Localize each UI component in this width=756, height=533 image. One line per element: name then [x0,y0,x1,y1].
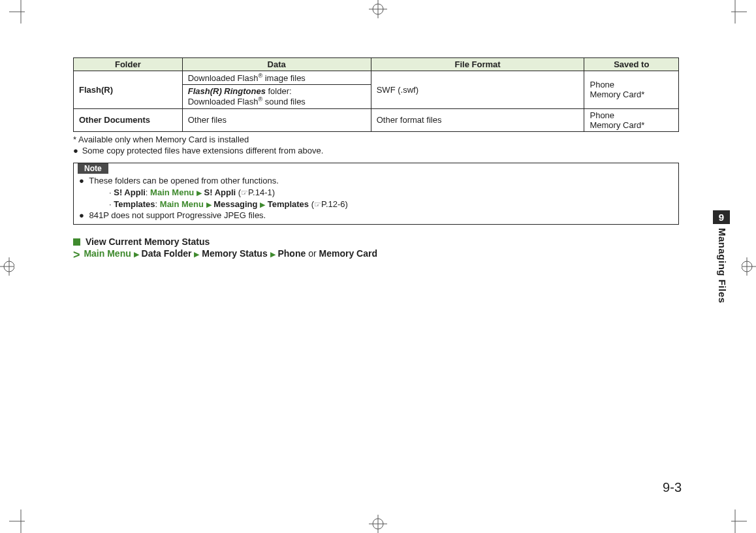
text: Memory Card* [590,120,673,130]
page-ref-icon: ☞ [314,200,321,209]
text: Memory Card* [590,89,673,99]
menu-path: Main Menu [150,187,194,197]
section-title: View Current Memory Status [86,236,210,247]
text: Some copy protected files have extension… [82,146,324,155]
footnote-asterisk: * Available only when Memory Card is ins… [73,135,679,146]
text: sound files [262,97,306,107]
chapter-tab: 9 Managing Files [704,210,730,303]
text: Downloaded Flash [188,97,259,107]
triangle-right-icon: ▶ [134,250,139,258]
text: S! Appli [114,187,146,197]
cell-data: Other files [182,108,371,131]
text: Templates [268,199,309,209]
text: Flash(R) Ringtones [188,86,266,96]
text: folder: [266,86,292,96]
footnote-bullet: ● Some copy protected files have extensi… [73,146,679,157]
text: Memory Status [202,248,267,259]
note-label: Note [78,163,108,174]
crop-mark-icon [9,0,33,26]
text: Phone [590,110,673,120]
text: Phone [277,248,306,259]
text: Downloaded Flash [188,73,259,83]
page-ref: P.12-6 [321,199,345,209]
crop-mark-icon [9,507,33,533]
text: Memory Card [319,248,377,259]
text: 841P does not support Progressive JPEG f… [89,210,266,220]
triangle-right-icon: ▶ [206,201,212,208]
text: Phone [590,80,673,89]
triangle-right-icon: ▶ [270,250,276,258]
text: Messaging [213,199,257,209]
text: Data Folder [142,248,192,259]
triangle-right-icon: ▶ [197,189,202,197]
registration-mark-icon [369,515,387,533]
page-content: Folder Data File Format Saved to Flash(R… [73,57,679,259]
section-heading: View Current Memory Status [73,236,679,247]
cell-format: Other format files [371,108,584,131]
table-row: Flash(R) Downloaded Flash® image files S… [74,71,679,85]
page-number: 9-3 [663,480,682,495]
th-saved: Saved to [584,58,679,71]
note-line: ● 841P does not support Progressive JPEG… [79,210,673,221]
crop-mark-icon [723,507,747,533]
cell-saved: Phone Memory Card* [584,71,679,109]
square-icon [73,238,80,246]
menu-path: Main Menu [84,248,131,259]
registration-mark-icon [369,0,387,18]
cell-data: Downloaded Flash® image files [182,71,371,85]
table-row: Other Documents Other files Other format… [74,108,679,131]
chapter-number: 9 [713,210,730,224]
bullet-icon: ● [79,176,84,186]
bullet-icon: ● [73,146,80,157]
page-ref-icon: ☞ [241,188,248,197]
text: Templates [114,199,155,209]
text: image files [262,73,306,83]
registration-mark-icon [742,257,756,276]
cell-folder: Other Documents [74,108,183,131]
th-data: Data [182,58,371,71]
triangle-right-icon: ▶ [260,201,265,208]
th-format: File Format [371,58,584,71]
chapter-title: Managing Files [717,228,728,303]
crop-mark-icon [723,0,747,26]
th-folder: Folder [74,58,183,71]
note-subline: · Templates: Main Menu ▶ Messaging ▶ Tem… [79,199,673,210]
note-line: ● These folders can be opened from other… [79,175,673,187]
note-box: Note ● These folders can be opened from … [73,163,679,224]
triangle-right-icon: ▶ [194,250,199,258]
bullet-icon: ● [79,210,84,220]
cell-data: Flash(R) Ringtones folder: Downloaded Fl… [182,85,371,108]
text: S! Appli [204,187,236,197]
registration-mark-icon [0,257,14,276]
footnotes: * Available only when Memory Card is ins… [73,135,679,157]
cell-folder: Flash(R) [74,71,183,109]
text: These folders can be opened from other f… [89,176,279,186]
cell-saved: Phone Memory Card* [584,108,679,131]
text: or [306,248,319,259]
folder-table: Folder Data File Format Saved to Flash(R… [73,57,679,132]
note-subline: · S! Appli: Main Menu ▶ S! Appli (☞P.14-… [79,187,673,199]
page-ref: P.14-1 [248,187,272,197]
cell-format: SWF (.swf) [371,71,584,109]
nav-path: > Main Menu ▶ Data Folder ▶ Memory Statu… [73,248,679,259]
menu-path: Main Menu [160,199,204,209]
